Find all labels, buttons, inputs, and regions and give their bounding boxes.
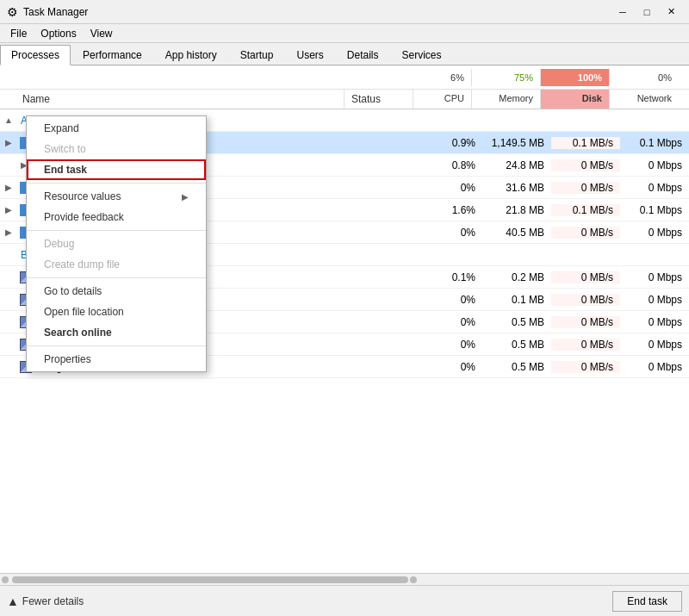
menu-bar: File Options View [0,24,689,43]
tab-startup[interactable]: Startup [229,44,285,65]
tab-services[interactable]: Services [391,44,453,65]
ctx-properties[interactable]: Properties [27,349,206,370]
row-expand-icon[interactable]: ▶ [0,205,17,215]
ctx-go-to-details[interactable]: Go to details [27,281,206,302]
row-disk: 0.1 MB/s [551,137,620,149]
net-usage: 0% [610,69,679,86]
col-cpu-header[interactable]: CPU [413,90,472,109]
horizontal-scrollbar[interactable] [0,573,689,585]
row-mem: 0.2 MB [482,271,551,283]
close-button[interactable]: ✕ [660,3,682,21]
row-cpu: 0.8% [424,159,482,171]
row-net: 0.1 Mbps [620,204,689,216]
end-task-label: End task [627,595,667,607]
tab-details[interactable]: Details [336,44,390,65]
row-net: 0 Mbps [620,271,689,283]
chevron-up-icon: ▲ [7,594,19,608]
ctx-debug[interactable]: Debug [27,233,206,254]
title-bar: ⚙ Task Manager ─ □ ✕ [0,0,689,24]
menu-view[interactable]: View [84,26,120,41]
row-cpu: 1.6% [424,204,482,216]
maximize-button[interactable]: □ [636,3,658,21]
row-disk: 0 MB/s [551,182,620,194]
row-disk: 0 MB/s [551,339,620,351]
minimize-button[interactable]: ─ [611,3,634,21]
ctx-provide-feedback[interactable]: Provide feedback [27,207,206,227]
fewer-details-label: Fewer details [22,595,84,607]
ctx-switch-to[interactable]: Switch to [27,139,206,159]
ctx-sep-4 [27,345,206,346]
ctx-sep-2 [27,230,206,231]
row-mem: 31.6 MB [482,182,551,194]
row-disk: 0 MB/s [551,271,620,283]
row-cpu: 0% [424,294,482,306]
column-headers: Name Status CPU Memory Disk Network [0,90,689,109]
row-net: 0 Mbps [620,316,689,328]
col-mem-header[interactable]: Memory [472,90,541,109]
disk-usage: 100% [541,69,610,86]
ctx-search-online[interactable]: Search online [27,322,206,343]
bottom-bar: ▲ Fewer details End task [0,585,689,616]
ctx-resource-values[interactable]: Resource values ▶ [27,186,206,207]
row-cpu: 0% [424,361,482,373]
row-mem: 21.8 MB [482,204,551,216]
row-net: 0 Mbps [620,227,689,239]
col-status-header[interactable]: Status [344,90,413,109]
ctx-sep-1 [27,183,206,184]
cpu-usage: 6% [413,69,472,86]
tab-bar: Processes Performance App history Startu… [0,43,689,65]
context-menu: Expand Switch to End task Resource value… [26,115,207,372]
row-disk: 0 MB/s [551,159,620,171]
col-net-header[interactable]: Network [610,90,679,109]
title-bar-controls: ─ □ ✕ [611,3,682,21]
row-mem: 24.8 MB [482,159,551,171]
title-bar-left: ⚙ Task Manager [7,5,88,19]
row-net: 0 Mbps [620,339,689,351]
row-cpu: 0% [424,227,482,239]
row-disk: 0 MB/s [551,361,620,373]
row-net: 0 Mbps [620,182,689,194]
ctx-expand[interactable]: Expand [27,118,206,139]
tab-app-history[interactable]: App history [154,44,228,65]
row-expand-icon[interactable]: ▶ [0,227,17,237]
tab-users[interactable]: Users [285,44,334,65]
row-cpu: 0.1% [424,271,482,283]
row-expand-icon[interactable]: ▶ [0,138,17,147]
usage-row: 6% 75% 100% 0% [0,65,689,90]
end-task-button[interactable]: End task [612,591,682,612]
tab-performance[interactable]: Performance [71,44,153,65]
row-mem: 0.1 MB [482,294,551,306]
expand-icon: ▲ [0,115,17,125]
row-net: 0.1 Mbps [620,137,689,149]
ctx-create-dump[interactable]: Create dump file [27,254,206,275]
col-disk-header[interactable]: Disk [541,90,610,109]
row-cpu: 0% [424,339,482,351]
menu-file[interactable]: File [3,26,34,41]
row-cpu: 0% [424,182,482,194]
row-disk: 0 MB/s [551,227,620,239]
col-name-header[interactable]: Name [16,90,344,109]
row-mem: 1,149.5 MB [482,137,551,149]
row-mem: 0.5 MB [482,339,551,351]
ctx-sep-3 [27,277,206,278]
row-net: 0 Mbps [620,159,689,171]
hscroll-thumb[interactable] [12,576,408,583]
tab-processes[interactable]: Processes [0,45,71,65]
mem-usage: 75% [472,69,541,86]
row-disk: 0 MB/s [551,294,620,306]
row-disk: 0.1 MB/s [551,204,620,216]
row-cpu: 0.9% [424,137,482,149]
menu-options[interactable]: Options [34,26,83,41]
row-disk: 0 MB/s [551,316,620,328]
main-content: 6% 75% 100% 0% Name Status CPU Memory Di… [0,65,689,585]
submenu-arrow-icon: ▶ [182,192,189,202]
row-mem: 40.5 MB [482,227,551,239]
ctx-open-file-location[interactable]: Open file location [27,302,206,322]
row-mem: 0.5 MB [482,361,551,373]
ctx-end-task[interactable]: End task [27,159,206,180]
row-net: 0 Mbps [620,294,689,306]
row-cpu: 0% [424,316,482,328]
fewer-details-button[interactable]: ▲ Fewer details [7,594,84,608]
row-net: 0 Mbps [620,361,689,373]
row-expand-icon[interactable]: ▶ [0,183,17,192]
